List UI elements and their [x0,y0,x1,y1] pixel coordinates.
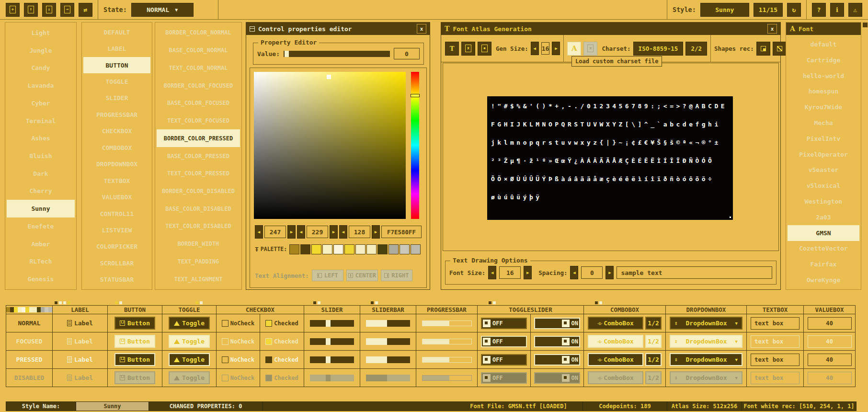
button-demo[interactable]: Button [114,371,155,384]
style-list-item[interactable]: Cyber [7,94,75,112]
slider-knob[interactable] [326,320,331,327]
decrement-font-size-button[interactable]: ◀ [488,266,496,279]
control-list-item[interactable]: STATUSBAR [83,272,150,288]
checkbox-checked-demo[interactable]: Checked [265,338,298,345]
style-list-item[interactable]: RLTech [7,253,75,271]
slider-demo[interactable] [310,338,354,345]
style-list-item[interactable]: Enefete [7,217,75,235]
sliderbar-demo[interactable] [366,338,410,345]
increment-blue-button[interactable]: ▶ [372,225,380,239]
property-list-item[interactable]: BASE_COLOR_NORMAL [157,42,240,59]
toggleslider-on-demo[interactable]: ON [534,336,580,347]
button-demo[interactable]: Button [114,353,155,366]
export-style-button[interactable]: → [60,3,74,17]
checkbox-checked-demo[interactable]: Checked [265,356,298,363]
sample-text-input[interactable]: sample text [617,266,772,279]
palette-swatch[interactable] [311,244,321,254]
font-list-item[interactable]: PixelIntv [788,131,859,147]
sliderbar-demo[interactable] [366,356,410,363]
value-slider[interactable] [284,51,390,57]
style-list-item[interactable]: Light [7,24,75,42]
toggle-knob[interactable] [562,320,570,327]
palette-swatch[interactable] [388,244,399,254]
font-list-item[interactable]: OwreKynge [788,272,859,288]
style-list-item[interactable]: Jungle [7,42,75,59]
load-font-button[interactable]: T [445,42,459,56]
properties-editor-titlebar[interactable]: Control properties editor x [246,23,430,35]
control-list-item[interactable]: TOGGLE [83,73,150,90]
textbox-demo[interactable]: text box [751,372,799,384]
toggle-demo[interactable]: Toggle [169,317,210,330]
slider-knob[interactable] [326,356,331,363]
atlas-preview-panel[interactable]: !"#$%&'()*+,-./0123456789:;<=>?@ABCDEFGH… [443,63,779,251]
control-list-item[interactable]: DEFAULT [83,24,150,40]
decrement-green-button[interactable]: ◀ [297,225,305,239]
style-list-item[interactable]: Lavanda [7,77,75,94]
spacing-value[interactable]: 0 [581,266,603,279]
blue-value[interactable]: 128 [349,226,370,238]
button-demo[interactable]: Button [114,335,155,348]
increment-red-button[interactable]: ▶ [287,225,296,239]
palette-swatch[interactable] [300,244,310,254]
palette-swatch[interactable] [355,244,365,254]
decrement-red-button[interactable]: ◀ [255,225,263,239]
style-index-value[interactable]: 11/15 [754,3,783,17]
font-list-item[interactable]: Cartridge [788,52,859,68]
textbox-demo[interactable]: text box [751,335,799,348]
shapes-rec-corner-button[interactable] [756,42,770,56]
textbox-demo[interactable]: text box [751,354,799,366]
style-list-item[interactable]: Ashes [7,129,75,147]
toggleslider-on-demo[interactable]: ON [534,354,580,366]
slider-demo[interactable] [310,356,354,363]
control-list-item[interactable]: DROPDOWNBOX [83,156,150,172]
report-issue-button[interactable]: ⚠ [848,3,862,17]
control-list-item[interactable]: BUTTON [83,57,150,73]
font-list-item[interactable]: v5easter [788,162,859,178]
toggle-knob[interactable] [483,320,491,327]
combobox-count[interactable]: 1/2 [645,317,662,330]
property-list-item[interactable]: BASE_COLOR_FOCUSED [157,94,240,112]
font-list-item[interactable]: Westington [788,194,859,209]
property-list-item[interactable]: TEXT_ALIGNMENT [157,270,240,288]
slider-handle[interactable] [285,51,289,57]
font-list-scroll-arrow[interactable] [863,23,868,27]
palette-swatch[interactable] [289,244,299,254]
valuebox-demo[interactable]: 40 [808,372,852,384]
property-list-item[interactable]: BORDER_COLOR_NORMAL [157,24,240,42]
font-list-item[interactable]: Kyrou7Wide [788,99,859,115]
font-list-item[interactable]: homespun [788,83,859,99]
checkbox-unchecked-demo[interactable]: NoCheck [222,375,255,381]
style-list-item[interactable]: Dark [7,165,75,183]
palette-swatch[interactable] [344,244,354,254]
toggleslider-off-demo[interactable]: OFF [481,354,527,366]
font-list-item[interactable]: Fairfax [788,256,859,272]
checkbox-unchecked-demo[interactable]: NoCheck [222,356,255,363]
combobox-demo[interactable]: ◁▷ComboBox [588,371,643,384]
combobox-count[interactable]: 1/2 [645,371,662,384]
control-list-item[interactable]: CONTROL11 [83,206,150,222]
toggle-knob[interactable] [483,374,491,382]
control-list-item[interactable]: COMBOBOX [83,139,150,156]
toggle-demo[interactable]: Toggle [169,371,210,384]
font-list-item[interactable]: GMSN [788,225,859,241]
export-atlas-image-button[interactable]: ▪ [478,42,491,56]
toggleslider-off-demo[interactable]: OFF [481,318,527,329]
info-button[interactable]: i [830,3,844,17]
valuebox-demo[interactable]: 40 [808,335,852,348]
toggleslider-on-demo[interactable]: ON [534,318,580,329]
checkbox-checked-demo[interactable]: Checked [265,375,298,381]
sliderbar-demo[interactable] [366,375,410,381]
control-list-item[interactable]: CHECKBOX [83,123,150,139]
property-list-item[interactable]: BASE_COLOR_PRESSED [157,147,240,165]
close-icon[interactable]: x [417,24,426,34]
font-list-item[interactable]: hello-world [788,68,859,84]
slider-knob[interactable] [326,375,331,381]
font-atlas-image[interactable]: !"#$%&'()*+,-./0123456789:;<=>?@ABCDEFGH… [487,96,733,220]
toggle-knob[interactable] [562,356,570,364]
toggle-knob[interactable] [562,374,570,382]
toggle-knob[interactable] [483,356,491,364]
custom-charset-toggle[interactable]: A [567,42,581,56]
checkbox-checked-demo[interactable]: Checked [265,320,298,327]
style-list-item[interactable]: Amber [7,235,75,253]
charset-pages-button[interactable]: 2/2 [685,42,707,56]
